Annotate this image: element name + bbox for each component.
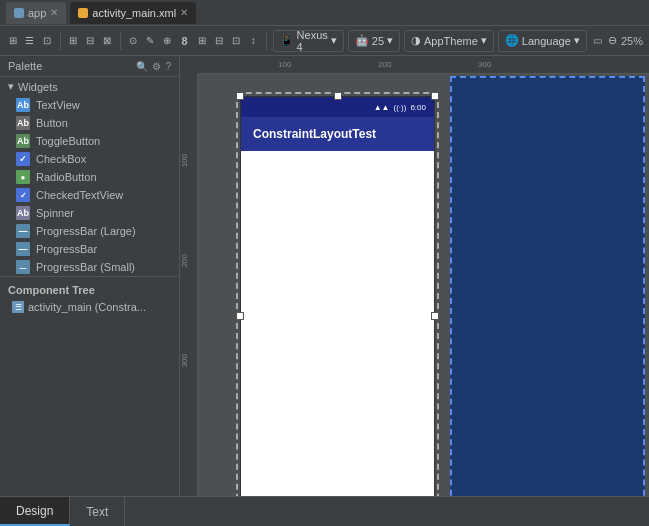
- handle-tl[interactable]: [236, 92, 244, 100]
- toolbar-btn-13[interactable]: ⊡: [230, 31, 243, 51]
- tab-activity-main-close[interactable]: ✕: [180, 7, 188, 18]
- api-dropdown[interactable]: 🤖 25 ▾: [348, 30, 400, 52]
- palette-settings-btn[interactable]: ⚙: [152, 61, 161, 72]
- ruler-tick-left-300: 300: [180, 354, 189, 367]
- tab-design-label: Design: [16, 504, 53, 518]
- component-tree-title: Component Tree: [8, 284, 95, 296]
- palette-item-button[interactable]: Ab Button: [0, 114, 179, 132]
- toolbar-btn-3[interactable]: ⊡: [40, 31, 53, 51]
- palette-help-btn[interactable]: ?: [165, 61, 171, 72]
- apptheme-label: AppTheme: [424, 35, 478, 47]
- language-dropdown[interactable]: 🌐 Language ▾: [498, 30, 587, 52]
- signal-icon: ▲▲: [374, 103, 390, 112]
- checkbox-label: CheckBox: [36, 153, 86, 165]
- component-tree-section: Component Tree ☰ activity_main (Constra.…: [0, 276, 179, 319]
- toolbar-sep-1: [60, 32, 61, 50]
- spinner-icon: Ab: [16, 206, 30, 220]
- togglebutton-icon: Ab: [16, 134, 30, 148]
- phone-status-bar: ▲▲ ((·)) 6:00: [241, 97, 434, 117]
- ruler-tick-100: 100: [278, 60, 291, 69]
- phone-app-title: ConstraintLayoutTest: [253, 127, 376, 141]
- palette-item-textview[interactable]: Ab TextView: [0, 96, 179, 114]
- progressbar-large-icon: —: [16, 224, 30, 238]
- toolbar-btn-11[interactable]: ⊞: [195, 31, 208, 51]
- time-display: 6:00: [410, 103, 426, 112]
- component-tree-header: Component Tree: [0, 281, 179, 299]
- theme-icon: ◑: [411, 34, 421, 47]
- toolbar: ⊞ ☰ ⊡ ⊞ ⊟ ⊠ ⊙ ✎ ⊕ 8 ⊞ ⊟ ⊡ ↕ 📱 Nexus 4 ▾ …: [0, 26, 649, 56]
- palette-item-togglebutton[interactable]: Ab ToggleButton: [0, 132, 179, 150]
- sidebar: Palette 🔍 ⚙ ? ▾ Widgets Ab TextView Ab B…: [0, 56, 180, 496]
- activity-main-tree-label: activity_main (Constra...: [28, 301, 146, 313]
- palette-item-spinner[interactable]: Ab Spinner: [0, 204, 179, 222]
- phone-content: [241, 151, 434, 496]
- progressbar-small-icon: —: [16, 260, 30, 274]
- palette-section-widgets[interactable]: ▾ Widgets: [0, 77, 179, 96]
- toolbar-btn-8[interactable]: ✎: [144, 31, 157, 51]
- textview-icon: Ab: [16, 98, 30, 112]
- palette-header-icons: 🔍 ⚙ ?: [136, 61, 171, 72]
- component-tree-item-activity-main[interactable]: ☰ activity_main (Constra...: [0, 299, 179, 315]
- api-chevron: ▾: [387, 34, 393, 47]
- palette-item-checkedtextview[interactable]: ✓ CheckedTextView: [0, 186, 179, 204]
- checkedtextview-label: CheckedTextView: [36, 189, 123, 201]
- api-label: 25: [372, 35, 384, 47]
- component-tree-btn[interactable]: ☰: [23, 31, 36, 51]
- palette-item-radiobutton[interactable]: ● RadioButton: [0, 168, 179, 186]
- toolbar-btn-12[interactable]: ⊟: [212, 31, 225, 51]
- ruler-tick-200: 200: [378, 60, 391, 69]
- apptheme-dropdown[interactable]: ◑ AppTheme ▾: [404, 30, 494, 52]
- toolbar-btn-9[interactable]: ⊕: [161, 31, 174, 51]
- palette-item-progressbar[interactable]: — ProgressBar: [0, 240, 179, 258]
- zoom-minus[interactable]: ⊖: [608, 34, 617, 47]
- bottom-tabs: Design Text: [0, 496, 649, 526]
- toolbar-btn-14[interactable]: ↕: [247, 31, 260, 51]
- main-area: Palette 🔍 ⚙ ? ▾ Widgets Ab TextView Ab B…: [0, 56, 649, 496]
- wifi-icon: ((·)): [394, 103, 407, 112]
- button-label: Button: [36, 117, 68, 129]
- palette-item-progressbar-large[interactable]: — ProgressBar (Large): [0, 222, 179, 240]
- ruler-tick-300: 300: [478, 60, 491, 69]
- tab-text-label: Text: [86, 505, 108, 519]
- phone-screen: ▲▲ ((·)) 6:00 ConstraintLayoutTest ◁ ○ □: [240, 96, 435, 496]
- handle-tm[interactable]: [334, 92, 342, 100]
- device-icon[interactable]: ▭: [591, 31, 604, 51]
- tab-activity-main-label: activity_main.xml: [92, 7, 176, 19]
- tab-text[interactable]: Text: [70, 497, 125, 526]
- palette-item-progressbar-small[interactable]: — ProgressBar (Small): [0, 258, 179, 276]
- tab-activity-main[interactable]: activity_main.xml ✕: [70, 2, 196, 24]
- widgets-section-label: Widgets: [18, 81, 58, 93]
- ruler-tick-left-100: 100: [180, 154, 189, 167]
- palette-item-checkbox[interactable]: ✓ CheckBox: [0, 150, 179, 168]
- handle-ml[interactable]: [236, 312, 244, 320]
- tab-app-close[interactable]: ✕: [50, 7, 58, 18]
- nexus-label: Nexus 4: [297, 29, 328, 53]
- nexus-dropdown[interactable]: 📱 Nexus 4 ▾: [273, 30, 344, 52]
- zoom-control: ⊖ 25%: [608, 34, 643, 47]
- ruler-top: 100 200 300: [198, 56, 649, 74]
- handle-mr[interactable]: [431, 312, 439, 320]
- tab-app-label: app: [28, 7, 46, 19]
- canvas-area[interactable]: 100 200 300 100 200 300 ▲▲: [180, 56, 649, 496]
- palette-search-btn[interactable]: 🔍: [136, 61, 148, 72]
- tab-design[interactable]: Design: [0, 497, 70, 526]
- toolbar-btn-6[interactable]: ⊠: [101, 31, 114, 51]
- radiobutton-label: RadioButton: [36, 171, 97, 183]
- toolbar-btn-5[interactable]: ⊟: [83, 31, 96, 51]
- tab-app[interactable]: app ✕: [6, 2, 66, 24]
- handle-tr[interactable]: [431, 92, 439, 100]
- toolbar-btn-10[interactable]: 8: [178, 31, 191, 51]
- toolbar-grid-btn[interactable]: ⊞: [66, 31, 79, 51]
- phone-container: ▲▲ ((·)) 6:00 ConstraintLayoutTest ◁ ○ □: [240, 96, 435, 496]
- spinner-label: Spinner: [36, 207, 74, 219]
- apptheme-chevron: ▾: [481, 34, 487, 47]
- title-bar: app ✕ activity_main.xml ✕: [0, 0, 649, 26]
- app-icon: [14, 8, 24, 18]
- palette-toggle-btn[interactable]: ⊞: [6, 31, 19, 51]
- zoom-label: 25%: [621, 35, 643, 47]
- toolbar-sep-2: [120, 32, 121, 50]
- toolbar-constraint-btn[interactable]: ⊙: [126, 31, 139, 51]
- language-icon: 🌐: [505, 34, 519, 47]
- palette-title: Palette: [8, 60, 42, 72]
- checkbox-icon: ✓: [16, 152, 30, 166]
